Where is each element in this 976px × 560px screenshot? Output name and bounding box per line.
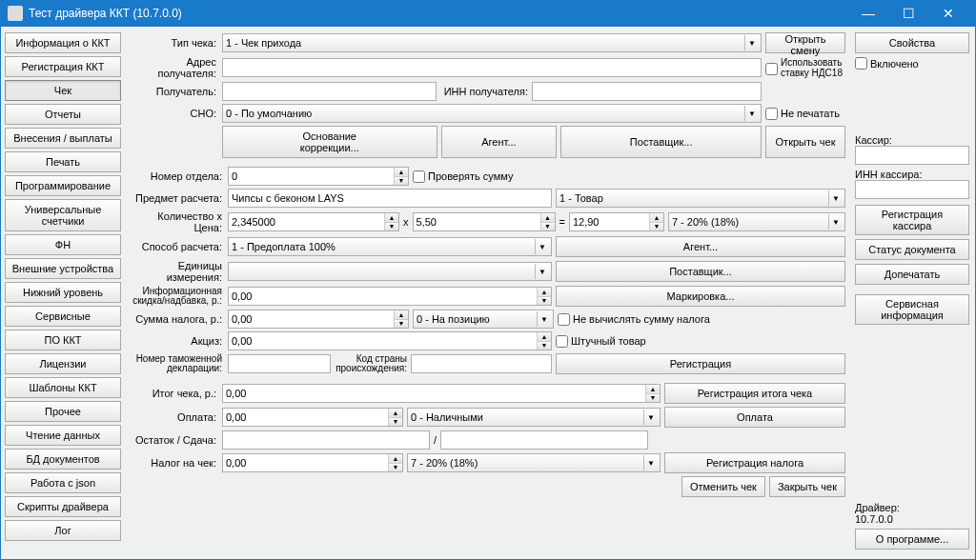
chevron-down-icon: ▼ [643, 455, 658, 470]
sidebar-item-18[interactable]: Работа с json [5, 472, 121, 493]
dont-print-checkbox[interactable] [765, 108, 778, 120]
recipient-label: Получатель: [131, 86, 218, 97]
cashier-input[interactable] [855, 146, 969, 165]
close-check-button[interactable]: Закрыть чек [769, 476, 845, 497]
sidebar-item-8[interactable]: ФН [5, 234, 121, 255]
check-total-input[interactable]: 0,00▲▼ [222, 384, 661, 403]
sidebar-item-4[interactable]: Внесения / выплаты [5, 128, 121, 149]
minimize-button[interactable]: — [848, 0, 888, 27]
subject-input[interactable] [228, 189, 552, 208]
sidebar-item-0[interactable]: Информация о ККТ [5, 32, 121, 53]
sidebar-item-9[interactable]: Внешние устройства [5, 258, 121, 279]
units-select[interactable]: ▼ [228, 262, 552, 281]
enabled-checkbox[interactable] [855, 57, 867, 70]
inn-recipient-input[interactable] [532, 82, 762, 101]
info-discount-label: Информационнаяскидка/надбавка, р.: [131, 287, 224, 306]
payment-amount-input[interactable]: 0,00▲▼ [222, 408, 403, 427]
payment-label: Оплата: [131, 411, 218, 423]
sidebar-item-5[interactable]: Печать [5, 151, 121, 172]
check-type-select[interactable]: 1 - Чек прихода▼ [222, 33, 762, 52]
sidebar-item-1[interactable]: Регистрация ККТ [5, 56, 121, 77]
remainder-input[interactable] [222, 430, 430, 450]
sidebar-item-20[interactable]: Лог [5, 520, 121, 541]
check-total-label: Итог чека, р.: [131, 388, 218, 399]
total-input[interactable]: 12,90▲▼ [569, 212, 664, 231]
sidebar-item-12[interactable]: ПО ККТ [5, 330, 121, 350]
check-type-label: Тип чека: [131, 37, 218, 49]
right-panel: Свойства Включено Кассир: ИНН кассира: Р… [853, 27, 975, 559]
tax-mode-select[interactable]: 0 - На позицию▼ [413, 310, 554, 329]
chevron-down-icon: ▼ [828, 214, 843, 230]
vat18-checkbox[interactable] [765, 63, 778, 75]
sidebar-item-2[interactable]: Чек [5, 80, 121, 101]
vat-select[interactable]: 7 - 20% (18%)▼ [668, 212, 845, 231]
check-tax-type-select[interactable]: 7 - 20% (18%)▼ [407, 453, 661, 472]
recipient-addr-input[interactable] [222, 58, 762, 77]
subject-label: Предмет расчета: [131, 192, 224, 204]
marking-button[interactable]: Маркировка... [556, 286, 845, 307]
change-label: Остаток / Сдача: [131, 434, 218, 446]
dept-num-input[interactable]: 0▲▼ [228, 167, 409, 186]
payment-type-select[interactable]: 0 - Наличными▼ [407, 408, 661, 427]
open-shift-button[interactable]: Открыть смену [765, 32, 845, 53]
reg-tax-button[interactable]: Регистрация налога [664, 452, 845, 473]
excise-label: Акциз: [131, 335, 224, 347]
subject-type-select[interactable]: 1 - Товар▼ [556, 189, 845, 208]
sidebar-item-17[interactable]: БД документов [5, 449, 121, 470]
driver-version: 10.7.0.0 [855, 513, 969, 525]
payment-method-label: Способ расчета: [131, 241, 224, 252]
cashier-inn-input[interactable] [855, 180, 969, 199]
correction-base-button[interactable]: Основаниекоррекции... [222, 126, 437, 158]
doc-status-button[interactable]: Статус документа [855, 239, 969, 260]
cashier-inn-label: ИНН кассира: [855, 169, 969, 180]
units-label: Единицы измерения: [131, 260, 224, 283]
reg-total-button[interactable]: Регистрация итога чека [664, 383, 845, 404]
sno-select[interactable]: 0 - По умолчанию▼ [222, 104, 762, 123]
country-code-input[interactable] [411, 354, 552, 373]
check-sum-checkbox[interactable] [413, 170, 425, 183]
qty-price-label: Количество x Цена: [131, 210, 224, 233]
sidebar-item-14[interactable]: Шаблоны ККТ [5, 377, 121, 398]
customs-num-input[interactable] [228, 354, 331, 373]
sidebar-item-10[interactable]: Нижний уровень [5, 282, 121, 303]
finish-print-button[interactable]: Допечатать [855, 264, 969, 285]
open-check-button[interactable]: Открыть чек [765, 126, 845, 158]
piece-checkbox[interactable] [556, 335, 568, 348]
chevron-down-icon: ▼ [535, 264, 549, 279]
agent2-button[interactable]: Агент... [556, 236, 845, 257]
qty-input[interactable]: 2,345000▲▼ [228, 212, 399, 231]
sidebar-item-7[interactable]: Универсальные счетчики [5, 199, 121, 231]
reg-cashier-button[interactable]: Регистрациякассира [855, 205, 969, 235]
sidebar-item-11[interactable]: Сервисные [5, 306, 121, 327]
agent-button[interactable]: Агент... [441, 126, 558, 158]
price-input[interactable]: 5,50▲▼ [413, 212, 556, 231]
sidebar-item-19[interactable]: Скрипты драйвера [5, 496, 121, 517]
payment-method-select[interactable]: 1 - Предоплата 100%▼ [228, 237, 552, 256]
sidebar-item-15[interactable]: Прочее [5, 401, 121, 422]
change-input[interactable] [440, 430, 648, 450]
cashier-label: Кассир: [855, 134, 969, 146]
sidebar-item-16[interactable]: Чтение данных [5, 425, 121, 446]
titlebar: Тест драйвера ККТ (10.7.0.0) — ☐ ✕ [0, 0, 976, 27]
no-calc-tax-checkbox[interactable] [558, 313, 570, 326]
maximize-button[interactable]: ☐ [888, 0, 928, 27]
sidebar-item-3[interactable]: Отчеты [5, 104, 121, 125]
excise-input[interactable]: 0,00▲▼ [228, 331, 552, 350]
service-info-button[interactable]: Сервиснаяинформация [855, 294, 969, 325]
properties-button[interactable]: Свойства [855, 32, 969, 53]
sidebar-item-6[interactable]: Программирование [5, 175, 121, 196]
info-discount-input[interactable]: 0,00▲▼ [228, 287, 552, 306]
sidebar-item-13[interactable]: Лицензии [5, 353, 121, 374]
close-button[interactable]: ✕ [928, 0, 968, 27]
cancel-check-button[interactable]: Отменить чек [681, 476, 765, 497]
recipient-input[interactable] [222, 82, 437, 101]
check-tax-input[interactable]: 0,00▲▼ [222, 453, 403, 472]
about-button[interactable]: О программе... [855, 529, 969, 550]
supplier2-button[interactable]: Поставщик... [556, 261, 845, 282]
driver-label: Драйвер: [855, 502, 969, 513]
supplier-button[interactable]: Поставщик... [560, 126, 762, 158]
tax-sum-input[interactable]: 0,00▲▼ [228, 310, 409, 329]
payment-button[interactable]: Оплата [664, 407, 845, 428]
registration-button[interactable]: Регистрация [556, 353, 845, 374]
sidebar: Информация о ККТРегистрация ККТЧекОтчеты… [1, 27, 125, 559]
